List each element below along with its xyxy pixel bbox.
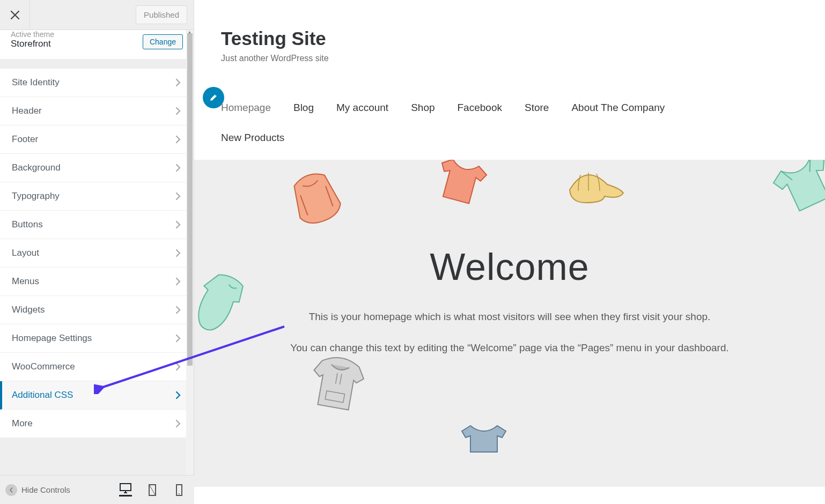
- onesie-illustration: [194, 272, 248, 342]
- site-preview: Testing Site Just another WordPress site…: [194, 0, 825, 504]
- desktop-icon: [120, 483, 131, 494]
- nav-link-new-products[interactable]: New Products: [221, 132, 284, 143]
- panel-item-buttons[interactable]: Buttons: [0, 211, 194, 239]
- raglan-shirt-illustration: [771, 160, 825, 217]
- panel-item-additional-css[interactable]: Additional CSS: [0, 381, 194, 410]
- tshirt-illustration: [430, 160, 489, 216]
- nav-link-store[interactable]: Store: [525, 102, 549, 114]
- tablet-icon: [148, 484, 157, 496]
- published-button[interactable]: Published: [136, 5, 187, 24]
- chevron-right-icon: [175, 306, 181, 314]
- cap-illustration: [559, 163, 629, 206]
- tablet-preview-button[interactable]: [146, 484, 159, 496]
- secondary-navigation: New Products: [194, 114, 825, 160]
- active-theme-label: Active theme: [11, 30, 54, 39]
- chevron-right-icon: [175, 334, 181, 343]
- panel-item-homepage-settings[interactable]: Homepage Settings: [0, 324, 194, 353]
- panel-item-label: Background: [12, 162, 61, 173]
- pencil-icon: [209, 93, 218, 102]
- sidebar-scroll-area: Active theme Storefront Change Site Iden…: [0, 30, 194, 475]
- hide-controls-label: Hide Controls: [21, 485, 70, 494]
- chevron-right-icon: [175, 107, 181, 115]
- hide-controls-button[interactable]: Hide Controls: [5, 484, 70, 496]
- site-tagline: Just another WordPress site: [221, 54, 798, 63]
- panel-item-label: Homepage Settings: [12, 333, 92, 344]
- chevron-right-icon: [175, 78, 181, 87]
- svg-rect-0: [120, 484, 131, 491]
- chevron-right-icon: [175, 192, 181, 201]
- device-preview-switcher: [119, 484, 186, 496]
- chevron-right-icon: [175, 249, 181, 257]
- active-theme-name: Storefront: [11, 39, 54, 49]
- grey-hoodie-illustration: [301, 354, 371, 424]
- panel-item-layout[interactable]: Layout: [0, 239, 194, 268]
- panel-item-label: Header: [12, 106, 42, 116]
- chevron-left-icon: [5, 484, 17, 496]
- hero-section: Welcome This is your homepage which is w…: [194, 160, 825, 487]
- panel-item-header[interactable]: Header: [0, 97, 194, 125]
- nav-link-about-the-company[interactable]: About The Company: [571, 102, 665, 114]
- panel-item-woocommerce[interactable]: WooCommerce: [0, 353, 194, 381]
- panel-item-label: Layout: [12, 248, 39, 258]
- panel-item-label: Footer: [12, 134, 38, 145]
- nav-link-shop[interactable]: Shop: [411, 102, 434, 114]
- close-icon: [10, 10, 20, 20]
- panel-item-label: Site Identity: [12, 77, 60, 88]
- primary-navigation: HomepageBlogMy accountShopFacebookStoreA…: [194, 102, 825, 114]
- nav-link-blog[interactable]: Blog: [293, 102, 314, 114]
- panel-item-label: Widgets: [12, 305, 45, 315]
- nav-link-facebook[interactable]: Facebook: [458, 102, 502, 114]
- panel-item-footer[interactable]: Footer: [0, 125, 194, 154]
- chevron-right-icon: [175, 277, 181, 286]
- chevron-right-icon: [175, 391, 181, 399]
- mobile-icon: [175, 484, 183, 496]
- panel-item-label: Typography: [12, 191, 60, 202]
- change-theme-button[interactable]: Change: [143, 34, 183, 49]
- close-button[interactable]: [0, 0, 30, 30]
- chevron-right-icon: [175, 362, 181, 371]
- hoodie-illustration: [285, 168, 350, 238]
- chevron-right-icon: [175, 164, 181, 172]
- active-theme-header: Active theme Storefront Change: [0, 30, 194, 60]
- panel-item-site-identity[interactable]: Site Identity: [0, 69, 194, 97]
- sidebar-topbar: Published: [0, 0, 194, 30]
- panel-item-label: Menus: [12, 276, 39, 287]
- svg-point-3: [179, 493, 180, 494]
- preview-header: Testing Site Just another WordPress site: [194, 0, 825, 108]
- hero-heading: Welcome: [194, 246, 825, 288]
- site-title[interactable]: Testing Site: [221, 28, 798, 49]
- hero-paragraph-1: This is your homepage which is what most…: [194, 309, 825, 325]
- chevron-right-icon: [175, 220, 181, 229]
- panel-item-label: More: [12, 418, 33, 429]
- panel-item-typography[interactable]: Typography: [0, 182, 194, 211]
- chevron-right-icon: [175, 135, 181, 144]
- panel-item-label: Buttons: [12, 219, 43, 230]
- nav-link-my-account[interactable]: My account: [336, 102, 388, 114]
- desktop-preview-button[interactable]: [119, 484, 132, 496]
- chevron-right-icon: [175, 419, 181, 428]
- scrollbar-thumb[interactable]: [187, 33, 193, 366]
- hero-paragraph-2: You can change this text by editing the …: [194, 340, 825, 356]
- sidebar-footer: Hide Controls: [0, 475, 194, 504]
- panel-item-widgets[interactable]: Widgets: [0, 296, 194, 324]
- panel-item-background[interactable]: Background: [0, 154, 194, 182]
- panel-item-label: Additional CSS: [12, 390, 73, 401]
- nav-link-homepage[interactable]: Homepage: [221, 102, 271, 114]
- panel-item-label: WooCommerce: [12, 361, 75, 372]
- customizer-sidebar: Published Active theme Storefront Change…: [0, 0, 194, 504]
- panel-item-more[interactable]: More: [0, 410, 194, 438]
- sidebar-scrollbar[interactable]: ▴: [186, 30, 194, 475]
- mobile-preview-button[interactable]: [173, 484, 186, 496]
- panel-list: Site IdentityHeaderFooterBackgroundTypog…: [0, 68, 194, 438]
- blue-tshirt-illustration: [457, 421, 511, 454]
- panel-item-menus[interactable]: Menus: [0, 268, 194, 296]
